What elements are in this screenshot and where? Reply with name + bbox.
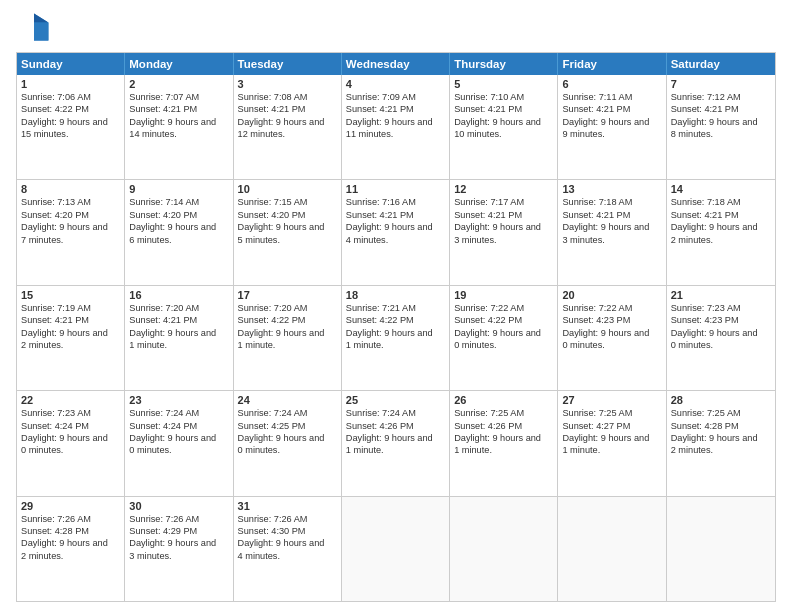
calendar-cell: 25Sunrise: 7:24 AMSunset: 4:26 PMDayligh… [342, 391, 450, 495]
daylight-text: Daylight: 9 hours and [238, 327, 337, 339]
sunrise-text: Sunrise: 7:22 AM [562, 302, 661, 314]
calendar-cell: 31Sunrise: 7:26 AMSunset: 4:30 PMDayligh… [234, 497, 342, 601]
calendar-cell: 22Sunrise: 7:23 AMSunset: 4:24 PMDayligh… [17, 391, 125, 495]
daylight-text: Daylight: 9 hours and [129, 327, 228, 339]
calendar-row-3: 15Sunrise: 7:19 AMSunset: 4:21 PMDayligh… [17, 285, 775, 390]
daylight-text: Daylight: 9 hours and [21, 221, 120, 233]
daylight-text: Daylight: 9 hours and [129, 221, 228, 233]
daylight-hours: 2 minutes. [21, 550, 120, 562]
daylight-hours: 6 minutes. [129, 234, 228, 246]
sunset-text: Sunset: 4:22 PM [238, 314, 337, 326]
sunset-text: Sunset: 4:21 PM [129, 314, 228, 326]
day-number: 15 [21, 289, 120, 301]
sunset-text: Sunset: 4:21 PM [562, 103, 661, 115]
day-header-sunday: Sunday [17, 53, 125, 75]
sunset-text: Sunset: 4:21 PM [671, 103, 771, 115]
daylight-hours: 0 minutes. [454, 339, 553, 351]
sunrise-text: Sunrise: 7:22 AM [454, 302, 553, 314]
day-number: 12 [454, 183, 553, 195]
sunset-text: Sunset: 4:20 PM [129, 209, 228, 221]
calendar-cell: 3Sunrise: 7:08 AMSunset: 4:21 PMDaylight… [234, 75, 342, 179]
sunset-text: Sunset: 4:29 PM [129, 525, 228, 537]
daylight-hours: 5 minutes. [238, 234, 337, 246]
day-number: 26 [454, 394, 553, 406]
day-number: 30 [129, 500, 228, 512]
logo [16, 10, 56, 46]
day-header-thursday: Thursday [450, 53, 558, 75]
daylight-hours: 1 minute. [346, 339, 445, 351]
calendar: SundayMondayTuesdayWednesdayThursdayFrid… [16, 52, 776, 602]
day-number: 16 [129, 289, 228, 301]
day-number: 23 [129, 394, 228, 406]
daylight-hours: 0 minutes. [238, 444, 337, 456]
sunrise-text: Sunrise: 7:25 AM [562, 407, 661, 419]
daylight-hours: 0 minutes. [562, 339, 661, 351]
daylight-hours: 0 minutes. [129, 444, 228, 456]
calendar-row-2: 8Sunrise: 7:13 AMSunset: 4:20 PMDaylight… [17, 179, 775, 284]
sunset-text: Sunset: 4:28 PM [21, 525, 120, 537]
sunrise-text: Sunrise: 7:10 AM [454, 91, 553, 103]
day-number: 31 [238, 500, 337, 512]
daylight-text: Daylight: 9 hours and [454, 221, 553, 233]
daylight-hours: 11 minutes. [346, 128, 445, 140]
day-number: 25 [346, 394, 445, 406]
day-number: 6 [562, 78, 661, 90]
day-header-monday: Monday [125, 53, 233, 75]
calendar-cell: 11Sunrise: 7:16 AMSunset: 4:21 PMDayligh… [342, 180, 450, 284]
sunset-text: Sunset: 4:24 PM [129, 420, 228, 432]
daylight-hours: 2 minutes. [21, 339, 120, 351]
sunrise-text: Sunrise: 7:17 AM [454, 196, 553, 208]
daylight-hours: 1 minute. [346, 444, 445, 456]
daylight-text: Daylight: 9 hours and [346, 327, 445, 339]
calendar-cell: 18Sunrise: 7:21 AMSunset: 4:22 PMDayligh… [342, 286, 450, 390]
calendar-cell: 6Sunrise: 7:11 AMSunset: 4:21 PMDaylight… [558, 75, 666, 179]
sunset-text: Sunset: 4:30 PM [238, 525, 337, 537]
daylight-text: Daylight: 9 hours and [454, 327, 553, 339]
day-number: 5 [454, 78, 553, 90]
calendar-cell: 21Sunrise: 7:23 AMSunset: 4:23 PMDayligh… [667, 286, 775, 390]
sunset-text: Sunset: 4:22 PM [346, 314, 445, 326]
day-number: 11 [346, 183, 445, 195]
day-number: 20 [562, 289, 661, 301]
daylight-hours: 10 minutes. [454, 128, 553, 140]
sunrise-text: Sunrise: 7:06 AM [21, 91, 120, 103]
daylight-text: Daylight: 9 hours and [238, 432, 337, 444]
daylight-hours: 12 minutes. [238, 128, 337, 140]
calendar-cell: 26Sunrise: 7:25 AMSunset: 4:26 PMDayligh… [450, 391, 558, 495]
logo-icon [16, 10, 52, 46]
sunrise-text: Sunrise: 7:18 AM [671, 196, 771, 208]
calendar-cell: 9Sunrise: 7:14 AMSunset: 4:20 PMDaylight… [125, 180, 233, 284]
calendar-cell [450, 497, 558, 601]
daylight-hours: 4 minutes. [238, 550, 337, 562]
daylight-hours: 8 minutes. [671, 128, 771, 140]
sunrise-text: Sunrise: 7:13 AM [21, 196, 120, 208]
calendar-cell: 27Sunrise: 7:25 AMSunset: 4:27 PMDayligh… [558, 391, 666, 495]
header [16, 10, 776, 46]
daylight-hours: 4 minutes. [346, 234, 445, 246]
calendar-cell: 20Sunrise: 7:22 AMSunset: 4:23 PMDayligh… [558, 286, 666, 390]
sunset-text: Sunset: 4:28 PM [671, 420, 771, 432]
sunrise-text: Sunrise: 7:19 AM [21, 302, 120, 314]
daylight-hours: 1 minute. [238, 339, 337, 351]
sunset-text: Sunset: 4:20 PM [238, 209, 337, 221]
calendar-cell: 30Sunrise: 7:26 AMSunset: 4:29 PMDayligh… [125, 497, 233, 601]
sunset-text: Sunset: 4:22 PM [454, 314, 553, 326]
daylight-text: Daylight: 9 hours and [562, 432, 661, 444]
day-number: 17 [238, 289, 337, 301]
daylight-text: Daylight: 9 hours and [562, 327, 661, 339]
daylight-hours: 3 minutes. [562, 234, 661, 246]
day-number: 22 [21, 394, 120, 406]
calendar-cell [342, 497, 450, 601]
daylight-text: Daylight: 9 hours and [238, 116, 337, 128]
day-number: 4 [346, 78, 445, 90]
day-header-saturday: Saturday [667, 53, 775, 75]
day-number: 29 [21, 500, 120, 512]
daylight-text: Daylight: 9 hours and [21, 432, 120, 444]
daylight-hours: 0 minutes. [671, 339, 771, 351]
daylight-text: Daylight: 9 hours and [346, 116, 445, 128]
daylight-text: Daylight: 9 hours and [671, 327, 771, 339]
daylight-text: Daylight: 9 hours and [21, 537, 120, 549]
svg-marker-1 [34, 14, 48, 23]
calendar-cell [558, 497, 666, 601]
daylight-text: Daylight: 9 hours and [671, 116, 771, 128]
